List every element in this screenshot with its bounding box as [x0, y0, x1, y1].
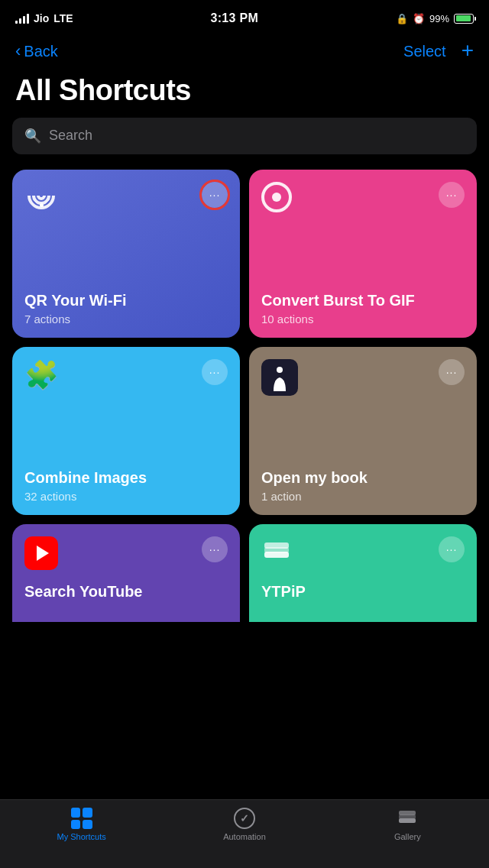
shortcut-name-wifi: QR Your Wi-Fi: [24, 291, 228, 309]
check-circle-icon: ✓: [234, 808, 255, 829]
my-shortcuts-icon: [68, 808, 96, 829]
status-left: Jio LTE: [15, 12, 73, 24]
page-title: All Shortcuts: [15, 75, 474, 107]
layers-icon: [261, 536, 292, 570]
page-title-container: All Shortcuts: [0, 72, 489, 118]
network: LTE: [53, 12, 73, 24]
nav-actions: Select +: [403, 41, 474, 61]
book-icon: [261, 359, 298, 396]
shortcut-name-youtube: Search YouTube: [24, 582, 228, 601]
clock: 3:13 PM: [211, 11, 259, 25]
shortcut-name-combine: Combine Images: [24, 468, 228, 487]
card-top-combine: 🧩 ···: [24, 359, 228, 391]
more-menu-button-gif[interactable]: ···: [439, 182, 465, 208]
card-top-ytpip: ···: [261, 536, 465, 570]
record-icon: [261, 182, 292, 212]
chevron-left-icon: ‹: [15, 43, 21, 60]
shortcut-card-book[interactable]: ··· Open my book 1 action: [249, 347, 477, 515]
tab-bar: My Shortcuts ✓ Automation Gallery: [0, 799, 489, 868]
svg-rect-1: [275, 381, 284, 387]
automation-icon: ✓: [231, 808, 258, 829]
svg-rect-6: [399, 811, 416, 815]
tab-my-shortcuts[interactable]: My Shortcuts: [0, 808, 163, 841]
svg-rect-7: [399, 818, 416, 823]
shortcut-actions-book: 1 action: [261, 490, 465, 503]
tab-automation[interactable]: ✓ Automation: [163, 808, 325, 841]
tab-label-automation: Automation: [223, 832, 266, 841]
shortcut-card-youtube[interactable]: ··· Search YouTube: [12, 524, 240, 622]
card-bottom-gif: Convert Burst To GIF 10 actions: [261, 291, 465, 326]
nav-bar: ‹ Back Select +: [0, 34, 489, 72]
tab-label-gallery: Gallery: [394, 832, 421, 841]
battery-pct: 99%: [429, 13, 449, 24]
more-menu-button-wifi[interactable]: ···: [202, 182, 228, 208]
grid-icon: [71, 808, 92, 829]
partial-shortcuts-row: ··· Search YouTube ··· YTPiP: [0, 515, 489, 622]
status-bar: Jio LTE 3:13 PM 🔒 ⏰ 99%: [0, 0, 489, 34]
lock-icon: 🔒: [396, 13, 408, 24]
card-bottom-wifi: QR Your Wi-Fi 7 actions: [24, 291, 228, 326]
shortcut-card-wifi[interactable]: ··· QR Your Wi-Fi 7 actions: [12, 170, 240, 338]
back-label: Back: [24, 43, 57, 60]
search-input[interactable]: Search: [49, 128, 92, 144]
tab-label-my-shortcuts: My Shortcuts: [57, 832, 106, 841]
shortcut-card-combine[interactable]: 🧩 ··· Combine Images 32 actions: [12, 347, 240, 515]
wifi-icon: [24, 182, 58, 209]
card-bottom-book: Open my book 1 action: [261, 468, 465, 503]
card-bottom-combine: Combine Images 32 actions: [24, 468, 228, 503]
status-right: 🔒 ⏰ 99%: [396, 13, 474, 24]
more-menu-button-youtube[interactable]: ···: [202, 536, 228, 562]
back-button[interactable]: ‹ Back: [15, 43, 58, 60]
search-icon: 🔍: [24, 128, 41, 144]
card-top-book: ···: [261, 359, 465, 396]
svg-point-0: [277, 367, 283, 373]
shortcut-actions-wifi: 7 actions: [24, 313, 228, 326]
shortcut-actions-gif: 10 actions: [261, 313, 465, 326]
card-bottom-youtube: Search YouTube: [24, 582, 228, 601]
shortcuts-grid: ··· QR Your Wi-Fi 7 actions ··· Convert …: [0, 170, 489, 515]
shortcut-card-ytpip[interactable]: ··· YTPiP: [249, 524, 477, 622]
youtube-icon: [24, 536, 58, 570]
shortcut-name-book: Open my book: [261, 468, 465, 487]
svg-rect-3: [264, 542, 289, 549]
more-menu-button-ytpip[interactable]: ···: [439, 536, 465, 562]
more-menu-button-book[interactable]: ···: [439, 359, 465, 385]
layers-gallery-icon: [397, 808, 418, 829]
gallery-icon-container: [393, 808, 421, 829]
search-bar[interactable]: 🔍 Search: [12, 118, 477, 154]
puzzle-icon: 🧩: [24, 359, 59, 391]
card-top-youtube: ···: [24, 536, 228, 570]
carrier: Jio: [34, 12, 49, 24]
search-container: 🔍 Search: [0, 118, 489, 170]
card-bottom-ytpip: YTPiP: [261, 582, 465, 601]
svg-rect-4: [264, 552, 289, 558]
add-shortcut-button[interactable]: +: [461, 40, 474, 61]
card-top-wifi: ···: [24, 182, 228, 209]
battery-indicator: [454, 14, 474, 24]
shortcut-name-gif: Convert Burst To GIF: [261, 291, 465, 309]
alarm-icon: ⏰: [413, 13, 425, 24]
more-menu-button-combine[interactable]: ···: [202, 359, 228, 385]
card-top-gif: ···: [261, 182, 465, 212]
shortcut-card-gif[interactable]: ··· Convert Burst To GIF 10 actions: [249, 170, 477, 338]
tab-gallery[interactable]: Gallery: [326, 808, 489, 841]
shortcut-name-ytpip: YTPiP: [261, 582, 465, 601]
shortcut-actions-combine: 32 actions: [24, 490, 228, 503]
select-button[interactable]: Select: [403, 43, 446, 60]
signal-bars: [15, 13, 29, 24]
